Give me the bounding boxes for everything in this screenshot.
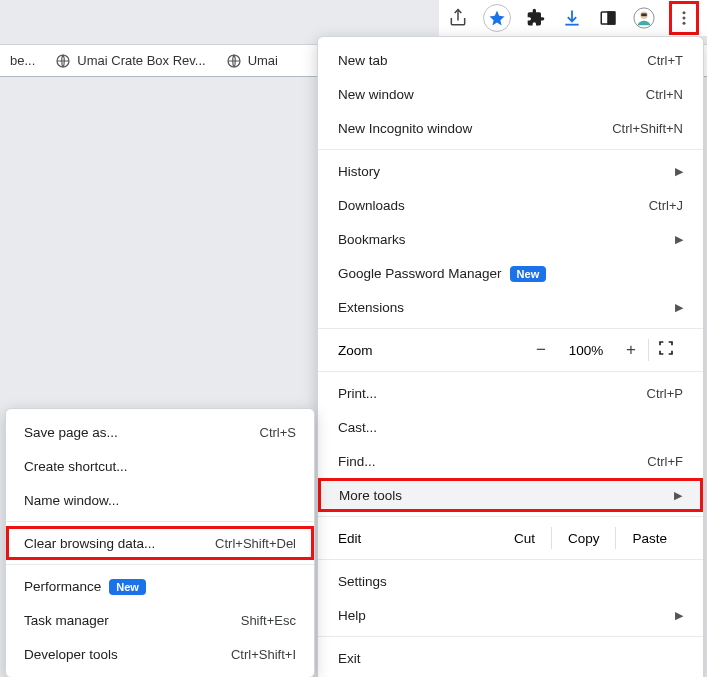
- menu-label: Bookmarks: [338, 232, 667, 247]
- menu-bookmarks[interactable]: Bookmarks▶: [318, 222, 703, 256]
- menu-new-tab[interactable]: New tabCtrl+T: [318, 43, 703, 77]
- panel-icon[interactable]: [597, 7, 619, 29]
- menu-label: Task manager: [24, 613, 241, 628]
- submenu-name-window[interactable]: Name window...: [6, 483, 314, 517]
- menu-label: More tools: [339, 488, 666, 503]
- menu-label: Downloads: [338, 198, 649, 213]
- zoom-in-button[interactable]: +: [614, 340, 648, 360]
- menu-label: Name window...: [24, 493, 296, 508]
- extensions-icon[interactable]: [525, 7, 547, 29]
- bookmark-item-2[interactable]: Umai Crate Box Rev...: [45, 53, 215, 69]
- submenu-arrow-icon: ▶: [675, 609, 683, 622]
- menu-separator: [318, 371, 703, 372]
- menu-zoom-row: Zoom − 100% +: [318, 333, 703, 367]
- bookmark-item-label: Umai Crate Box Rev...: [77, 53, 205, 68]
- menu-label: PerformanceNew: [24, 579, 296, 594]
- svg-point-5: [683, 11, 686, 14]
- bookmark-item-1[interactable]: be...: [0, 53, 45, 68]
- menu-separator: [318, 516, 703, 517]
- menu-exit[interactable]: Exit: [318, 641, 703, 675]
- menu-separator: [318, 559, 703, 560]
- menu-more-tools[interactable]: More tools▶: [318, 478, 703, 512]
- menu-label: Clear browsing data...: [24, 536, 215, 551]
- menu-label: New tab: [338, 53, 647, 68]
- zoom-label: Zoom: [338, 343, 524, 358]
- menu-shortcut: Ctrl+N: [646, 87, 683, 102]
- menu-separator: [318, 636, 703, 637]
- menu-separator: [318, 149, 703, 150]
- submenu-create-shortcut[interactable]: Create shortcut...: [6, 449, 314, 483]
- menu-settings[interactable]: Settings: [318, 564, 703, 598]
- menu-label: History: [338, 164, 667, 179]
- menu-shortcut: Ctrl+Shift+Del: [215, 536, 296, 551]
- share-icon[interactable]: [447, 7, 469, 29]
- menu-help[interactable]: Help▶: [318, 598, 703, 632]
- menu-edit-row: Edit Cut Copy Paste: [318, 521, 703, 555]
- svg-point-6: [683, 17, 686, 20]
- bookmark-item-label: be...: [10, 53, 35, 68]
- main-menu: New tabCtrl+T New windowCtrl+N New Incog…: [317, 36, 704, 677]
- menu-history[interactable]: History▶: [318, 154, 703, 188]
- menu-label: Extensions: [338, 300, 667, 315]
- menu-label: Print...: [338, 386, 647, 401]
- menu-cast[interactable]: Cast...: [318, 410, 703, 444]
- submenu-arrow-icon: ▶: [674, 489, 682, 502]
- menu-label: Exit: [338, 651, 683, 666]
- submenu-save-page[interactable]: Save page as...Ctrl+S: [6, 415, 314, 449]
- menu-downloads[interactable]: DownloadsCtrl+J: [318, 188, 703, 222]
- submenu-arrow-icon: ▶: [675, 301, 683, 314]
- browser-toolbar: [439, 0, 707, 36]
- zoom-value: 100%: [558, 343, 614, 358]
- menu-shortcut: Ctrl+Shift+N: [612, 121, 683, 136]
- more-tools-submenu: Save page as...Ctrl+S Create shortcut...…: [5, 408, 315, 677]
- menu-label: Settings: [338, 574, 683, 589]
- menu-label: Save page as...: [24, 425, 260, 440]
- menu-shortcut: Ctrl+T: [647, 53, 683, 68]
- menu-separator: [318, 328, 703, 329]
- menu-new-window[interactable]: New windowCtrl+N: [318, 77, 703, 111]
- menu-extensions[interactable]: Extensions▶: [318, 290, 703, 324]
- menu-label: New Incognito window: [338, 121, 612, 136]
- more-menu-highlight: [669, 1, 699, 35]
- menu-label: Cast...: [338, 420, 683, 435]
- fullscreen-button[interactable]: [649, 340, 683, 360]
- more-icon[interactable]: [673, 7, 695, 29]
- globe-icon: [55, 53, 71, 69]
- menu-label: Google Password ManagerNew: [338, 266, 683, 281]
- edit-label: Edit: [338, 531, 498, 546]
- menu-separator: [6, 521, 314, 522]
- menu-new-incognito[interactable]: New Incognito windowCtrl+Shift+N: [318, 111, 703, 145]
- menu-label: Find...: [338, 454, 647, 469]
- menu-shortcut: Ctrl+F: [647, 454, 683, 469]
- menu-shortcut: Ctrl+Shift+I: [231, 647, 296, 662]
- submenu-performance[interactable]: PerformanceNew: [6, 569, 314, 603]
- menu-print[interactable]: Print...Ctrl+P: [318, 376, 703, 410]
- menu-label: Developer tools: [24, 647, 231, 662]
- profile-avatar-icon[interactable]: [633, 7, 655, 29]
- submenu-arrow-icon: ▶: [675, 165, 683, 178]
- svg-rect-4: [641, 13, 647, 16]
- menu-google-password-manager[interactable]: Google Password ManagerNew: [318, 256, 703, 290]
- menu-shortcut: Ctrl+P: [647, 386, 683, 401]
- cut-button[interactable]: Cut: [498, 531, 551, 546]
- globe-icon: [226, 53, 242, 69]
- submenu-clear-browsing-data[interactable]: Clear browsing data...Ctrl+Shift+Del: [6, 526, 314, 560]
- menu-shortcut: Shift+Esc: [241, 613, 296, 628]
- menu-find[interactable]: Find...Ctrl+F: [318, 444, 703, 478]
- menu-shortcut: Ctrl+J: [649, 198, 683, 213]
- submenu-task-manager[interactable]: Task managerShift+Esc: [6, 603, 314, 637]
- menu-label: Help: [338, 608, 667, 623]
- star-icon[interactable]: [486, 7, 508, 29]
- svg-rect-1: [608, 12, 615, 24]
- zoom-out-button[interactable]: −: [524, 340, 558, 360]
- menu-label: Create shortcut...: [24, 459, 296, 474]
- submenu-developer-tools[interactable]: Developer toolsCtrl+Shift+I: [6, 637, 314, 671]
- submenu-arrow-icon: ▶: [675, 233, 683, 246]
- bookmark-item-3[interactable]: Umai: [216, 53, 288, 69]
- new-badge: New: [109, 579, 146, 595]
- paste-button[interactable]: Paste: [616, 531, 683, 546]
- download-icon[interactable]: [561, 7, 583, 29]
- copy-button[interactable]: Copy: [552, 531, 616, 546]
- menu-label: New window: [338, 87, 646, 102]
- new-badge: New: [510, 266, 547, 282]
